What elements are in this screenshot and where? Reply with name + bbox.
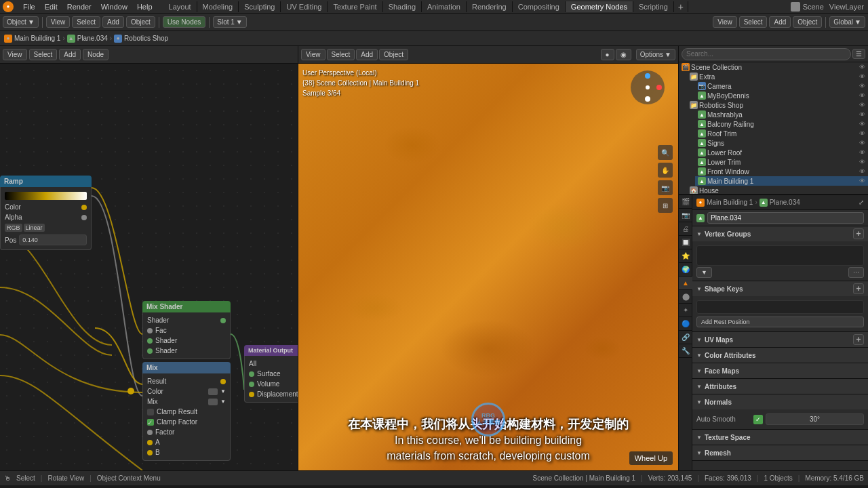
mix-clamp-factor-cb[interactable]: ✓ [147, 419, 154, 426]
props-physics-icon[interactable]: 🔵 [679, 317, 692, 331]
viewport-panel[interactable]: View Select Add Object ● ◉ Options ▼ Use… [298, 46, 678, 470]
node-canvas[interactable]: Ramp Color Alpha RGB [0, 64, 298, 470]
view-btn[interactable]: View [46, 16, 71, 28]
signs-eye[interactable]: 👁 [859, 140, 865, 146]
outliner-item-camera[interactable]: 📷 Camera 👁 [695, 81, 868, 91]
outliner-item-house[interactable]: 🏠 House [687, 186, 868, 194]
props-world-icon[interactable]: 🌍 [679, 263, 692, 277]
global-dropdown[interactable]: Global ▼ [829, 16, 865, 28]
nav-dot-top[interactable] [645, 73, 650, 79]
tab-compositing[interactable]: Compositing [513, 1, 566, 12]
vertex-groups-add-btn[interactable]: + [853, 228, 864, 239]
menu-help[interactable]: Help [133, 1, 157, 12]
outliner-filter-btn[interactable]: ☰ [852, 49, 865, 59]
mo-surface-socket[interactable] [249, 371, 254, 377]
tab-add[interactable]: + [674, 1, 688, 12]
menu-render[interactable]: Render [63, 1, 96, 12]
viewport-canvas[interactable]: User Perspective (Local) {38} Scene Coll… [298, 64, 678, 470]
add-btn-2[interactable]: Add [769, 16, 791, 28]
tab-texture-paint[interactable]: Texture Paint [328, 1, 382, 12]
nav-dot-right[interactable] [656, 85, 662, 90]
outliner-item-extra[interactable]: 📁 Extra 👁 [687, 72, 868, 81]
outliner-item-front-window[interactable]: ▲ Front Window 👁 [695, 167, 868, 176]
ramp-color-socket[interactable] [81, 205, 87, 210]
front-window-eye[interactable]: 👁 [859, 168, 865, 175]
add-rest-position-btn[interactable]: Add Rest Position [696, 317, 864, 327]
camera-eye[interactable]: 👁 [859, 83, 865, 89]
vp-grid-icon[interactable]: ⊞ [658, 198, 673, 213]
vp-camera-icon[interactable]: 📷 [658, 180, 673, 195]
remesh-header[interactable]: ▼ Remesh [692, 445, 868, 460]
nav-dot-center[interactable] [646, 85, 650, 89]
tab-sculpting[interactable]: Sculpting [239, 1, 281, 12]
props-constraints-icon[interactable]: 🔗 [679, 331, 692, 344]
mix-shader-node[interactable]: Mix Shader Shader Fac Shader [142, 301, 231, 359]
vg-down-btn[interactable]: ▼ [696, 267, 712, 278]
tab-layout[interactable]: Layout [163, 1, 197, 12]
menu-window[interactable]: Window [97, 1, 132, 12]
mix-shader-in1-socket[interactable] [147, 338, 153, 344]
vp-view-btn[interactable]: View [301, 49, 326, 60]
ramp-node[interactable]: Ramp Color Alpha RGB [0, 176, 92, 250]
vp-add-btn[interactable]: Add [356, 49, 378, 60]
outliner-item-lower-roof[interactable]: ▲ Lower Roof 👁 [695, 148, 868, 157]
mix-shader-in2-socket[interactable] [147, 348, 153, 354]
mix-factor-socket[interactable] [147, 430, 153, 435]
nav-dot-front[interactable] [645, 96, 650, 102]
outliner-item-lower-trim[interactable]: ▲ Lower Trim 👁 [695, 157, 868, 167]
vp-object-btn[interactable]: Object [379, 49, 408, 60]
node-select-btn[interactable]: Select [29, 49, 58, 60]
props-modifiers-icon[interactable]: 🔧 [679, 344, 692, 358]
ramp-gradient[interactable] [5, 192, 87, 200]
mix-shader-fac-socket[interactable] [147, 328, 153, 333]
balcony-railing-eye[interactable]: 👁 [859, 121, 865, 127]
outliner-item-myboydennis[interactable]: ▲ MyBoyDennis 👁 [695, 91, 868, 100]
bc-item-3[interactable]: Robotics Shop [124, 35, 168, 42]
normals-header[interactable]: ▼ Normals [692, 394, 868, 409]
add-btn[interactable]: Add [102, 16, 124, 28]
mix-b-socket[interactable] [147, 450, 153, 455]
tab-rendering[interactable]: Rendering [467, 1, 513, 12]
mashrablya-eye[interactable]: 👁 [859, 111, 865, 118]
mix-result-socket[interactable] [220, 379, 226, 384]
mix-clamp-result-cb[interactable] [147, 409, 154, 415]
mo-displacement-socket[interactable] [249, 392, 254, 397]
main-building-eye[interactable]: 👁 [859, 178, 865, 184]
ramp-linear-btn[interactable]: Linear [24, 224, 45, 232]
outliner-item-roof-trim[interactable]: ▲ Roof Trim 👁 [695, 129, 868, 138]
bc-item-1[interactable]: Main Building 1 [14, 35, 60, 42]
uv-maps-add-btn[interactable]: + [853, 334, 864, 345]
scene-eye-icon[interactable]: 👁 [859, 64, 865, 70]
outliner-search-input[interactable] [682, 48, 851, 60]
outliner-item-balcony-railing[interactable]: ▲ Balcony Railing 👁 [695, 119, 868, 129]
mix-blend-swatch[interactable] [208, 399, 218, 405]
ramp-mode-btn[interactable]: RGB [5, 224, 22, 232]
attributes-header[interactable]: ▼ Attributes [692, 379, 868, 394]
lower-roof-eye[interactable]: 👁 [859, 149, 865, 156]
node-view-btn[interactable]: View [3, 49, 27, 60]
tab-geometry-nodes[interactable]: Geometry Nodes [566, 1, 633, 12]
props-render-icon[interactable]: 📷 [679, 209, 692, 222]
select-btn-2[interactable]: Select [739, 16, 768, 28]
outliner-item-signs[interactable]: ▲ Signs 👁 [695, 138, 868, 148]
vp-zoom-icon[interactable]: 🔍 [658, 145, 673, 160]
props-bc-expand-icon[interactable]: ⤢ [859, 199, 864, 206]
props-object-data-icon[interactable]: ▲ [679, 277, 692, 290]
tab-scripting[interactable]: Scripting [633, 1, 674, 12]
mix-color-swatch[interactable] [208, 388, 218, 395]
vg-more-btn[interactable]: ⋯ [848, 267, 864, 278]
mix-shader-output-socket[interactable] [220, 318, 226, 323]
auto-smooth-angle[interactable]: 30° [766, 413, 864, 425]
mo-volume-socket[interactable] [249, 382, 254, 387]
vertex-groups-header[interactable]: ▼ Vertex Groups + [692, 226, 868, 241]
shape-keys-header[interactable]: ▼ Shape Keys + [692, 281, 868, 296]
object-mode-dropdown[interactable]: Object ▼ [3, 16, 39, 28]
props-view-layer-icon[interactable]: 🔲 [679, 236, 692, 249]
ramp-pos-value[interactable]: 0.140 [19, 235, 87, 245]
object-btn-2[interactable]: Object [793, 16, 822, 28]
ramp-alpha-socket[interactable] [81, 215, 87, 220]
select-btn[interactable]: Select [72, 16, 100, 28]
props-scene-icon[interactable]: 🎬 [679, 195, 692, 209]
shape-keys-add-btn[interactable]: + [853, 283, 864, 294]
bc-item-2[interactable]: Plane.034 [77, 35, 108, 42]
